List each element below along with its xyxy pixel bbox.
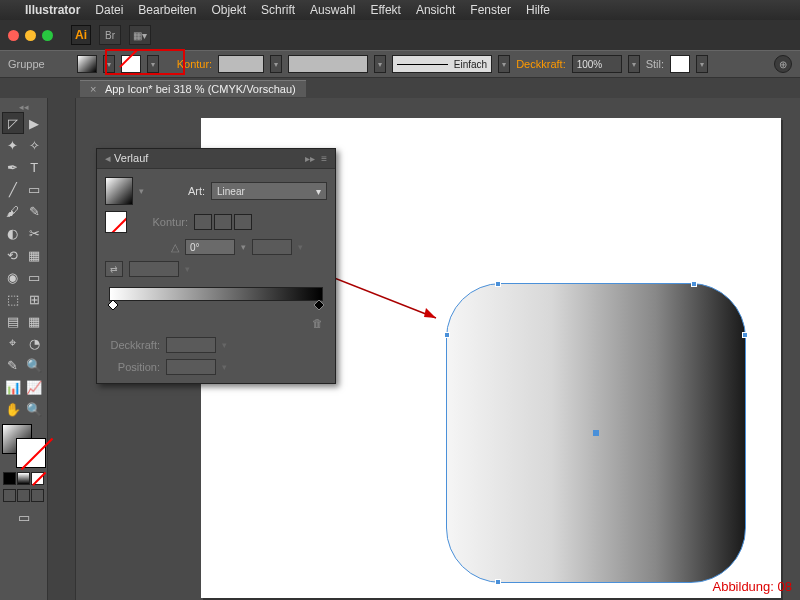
reverse-gradient-button[interactable]: ⇄ bbox=[105, 261, 123, 277]
zoom-window-button[interactable] bbox=[42, 30, 53, 41]
stroke-weight-field[interactable] bbox=[218, 55, 264, 73]
graphic-style-dropdown[interactable]: ▾ bbox=[696, 55, 708, 73]
symbol-sprayer-tool[interactable]: ✎ bbox=[2, 354, 24, 376]
left-dock bbox=[48, 98, 76, 600]
blob-brush-tool[interactable]: ◐ bbox=[2, 222, 24, 244]
selection-tool[interactable]: ◸ bbox=[2, 112, 24, 134]
stroke-profile-dropdown[interactable]: ▾ bbox=[374, 55, 386, 73]
fill-dropdown[interactable]: ▾ bbox=[103, 55, 115, 73]
graphic-style-swatch[interactable] bbox=[670, 55, 690, 73]
gradient-preview-dropdown[interactable]: ▾ bbox=[139, 186, 144, 196]
gradient-panel[interactable]: ◂ Verlauf ▸▸ ≡ ▾ Art: Linear▾ Kontur: △ … bbox=[96, 148, 336, 384]
tools-panel-handle[interactable]: ◂◂ bbox=[2, 102, 45, 112]
gradient-stop-end[interactable] bbox=[314, 300, 324, 310]
stroke-swatch[interactable] bbox=[121, 55, 141, 73]
stroke-profile-field[interactable] bbox=[288, 55, 368, 73]
menu-fenster[interactable]: Fenster bbox=[470, 3, 511, 17]
menu-ansicht[interactable]: Ansicht bbox=[416, 3, 455, 17]
draw-inside[interactable] bbox=[31, 489, 44, 502]
menu-bearbeiten[interactable]: Bearbeiten bbox=[138, 3, 196, 17]
anchor-point[interactable] bbox=[742, 332, 748, 338]
stroke-weight-dropdown[interactable]: ▾ bbox=[270, 55, 282, 73]
mesh-tool[interactable]: ▤ bbox=[2, 310, 24, 332]
paintbrush-tool[interactable]: 🖌 bbox=[2, 200, 24, 222]
fill-mode-solid[interactable] bbox=[3, 472, 16, 485]
anchor-point[interactable] bbox=[444, 332, 450, 338]
bridge-button[interactable]: Br bbox=[99, 25, 121, 45]
arrange-documents-button[interactable]: ▦▾ bbox=[129, 25, 151, 45]
gradient-stroke-label: Kontur: bbox=[133, 216, 188, 228]
eyedropper-tool[interactable]: ⌖ bbox=[2, 332, 24, 354]
app-name-menu[interactable]: Illustrator bbox=[25, 3, 80, 17]
document-tab[interactable]: × App Icon* bei 318 % (CMYK/Vorschau) bbox=[80, 80, 306, 97]
lasso-tool[interactable]: ✧ bbox=[24, 134, 46, 156]
artboard-tool[interactable]: 📊 bbox=[2, 376, 24, 398]
scale-tool[interactable]: ▦ bbox=[24, 244, 46, 266]
anchor-point[interactable] bbox=[691, 281, 697, 287]
menu-objekt[interactable]: Objekt bbox=[211, 3, 246, 17]
menu-auswahl[interactable]: Auswahl bbox=[310, 3, 355, 17]
gradient-angle-field[interactable]: 0° bbox=[185, 239, 235, 255]
opacity-field[interactable]: 100% bbox=[572, 55, 622, 73]
rectangle-tool[interactable]: ▭ bbox=[24, 178, 46, 200]
column-graph-tool[interactable]: 🔍 bbox=[24, 354, 46, 376]
pen-tool[interactable]: ✒ bbox=[2, 156, 24, 178]
close-tab-icon[interactable]: × bbox=[90, 83, 96, 95]
direct-selection-tool[interactable]: ▶ bbox=[24, 112, 46, 134]
stop-opacity-label: Deckkraft: bbox=[105, 339, 160, 351]
rounded-rectangle-object[interactable] bbox=[446, 283, 746, 583]
brush-field[interactable]: Einfach bbox=[392, 55, 492, 73]
angle-dropdown[interactable]: ▾ bbox=[241, 242, 246, 252]
line-tool[interactable]: ╱ bbox=[2, 178, 24, 200]
panel-menu-icon[interactable]: ≡ bbox=[321, 153, 327, 164]
anchor-point[interactable] bbox=[495, 579, 501, 585]
hand-tool[interactable]: ✋ bbox=[2, 398, 24, 420]
minimize-window-button[interactable] bbox=[25, 30, 36, 41]
stroke-gradient-across[interactable] bbox=[234, 214, 252, 230]
center-point[interactable] bbox=[593, 430, 599, 436]
panel-collapse-icon[interactable]: ▸▸ bbox=[305, 153, 315, 164]
opacity-label[interactable]: Deckkraft: bbox=[516, 58, 566, 70]
menu-effekt[interactable]: Effekt bbox=[370, 3, 400, 17]
eraser-tool[interactable]: ✂ bbox=[24, 222, 46, 244]
gradient-type-select[interactable]: Linear▾ bbox=[211, 182, 327, 200]
stroke-label[interactable]: Kontur: bbox=[177, 58, 212, 70]
shape-builder-tool[interactable]: ⬚ bbox=[2, 288, 24, 310]
free-transform-tool[interactable]: ▭ bbox=[24, 266, 46, 288]
stroke-gradient-along[interactable] bbox=[214, 214, 232, 230]
stroke-indicator[interactable] bbox=[16, 438, 46, 468]
blend-tool[interactable]: ◔ bbox=[24, 332, 46, 354]
brush-dropdown[interactable]: ▾ bbox=[498, 55, 510, 73]
pencil-tool[interactable]: ✎ bbox=[24, 200, 46, 222]
fill-mode-gradient[interactable] bbox=[17, 472, 30, 485]
perspective-tool[interactable]: ⊞ bbox=[24, 288, 46, 310]
fill-stroke-indicator[interactable] bbox=[2, 424, 46, 468]
control-bar-more-icon[interactable]: ⊕ bbox=[774, 55, 792, 73]
menu-schrift[interactable]: Schrift bbox=[261, 3, 295, 17]
opacity-dropdown[interactable]: ▾ bbox=[628, 55, 640, 73]
gradient-stop-start[interactable] bbox=[108, 300, 118, 310]
zoom-tool[interactable]: 🔍 bbox=[24, 398, 46, 420]
fill-mode-none[interactable] bbox=[31, 472, 44, 485]
close-window-button[interactable] bbox=[8, 30, 19, 41]
fill-swatch[interactable] bbox=[77, 55, 97, 73]
draw-behind[interactable] bbox=[17, 489, 30, 502]
stroke-dropdown[interactable]: ▾ bbox=[147, 55, 159, 73]
slice-tool[interactable]: 📈 bbox=[24, 376, 46, 398]
delete-stop-icon[interactable]: 🗑 bbox=[312, 317, 323, 329]
rotate-tool[interactable]: ⟲ bbox=[2, 244, 24, 266]
screen-mode-button[interactable]: ▭ bbox=[13, 506, 35, 528]
type-tool[interactable]: T bbox=[24, 156, 46, 178]
width-tool[interactable]: ◉ bbox=[2, 266, 24, 288]
magic-wand-tool[interactable]: ✦ bbox=[2, 134, 24, 156]
menu-hilfe[interactable]: Hilfe bbox=[526, 3, 550, 17]
gradient-stroke-swatch[interactable] bbox=[105, 211, 127, 233]
draw-normal[interactable] bbox=[3, 489, 16, 502]
gradient-preview-swatch[interactable] bbox=[105, 177, 133, 205]
anchor-point[interactable] bbox=[495, 281, 501, 287]
menu-datei[interactable]: Datei bbox=[95, 3, 123, 17]
stroke-gradient-within[interactable] bbox=[194, 214, 212, 230]
gradient-tool[interactable]: ▦ bbox=[24, 310, 46, 332]
gradient-panel-header[interactable]: ◂ Verlauf ▸▸ ≡ bbox=[97, 149, 335, 169]
gradient-slider[interactable] bbox=[109, 287, 323, 301]
